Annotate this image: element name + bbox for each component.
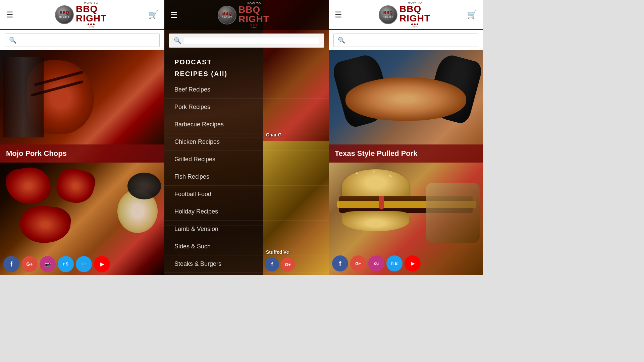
menu-icon-left[interactable]: ☰ [6,10,13,19]
misc-btn-right-2[interactable]: h B [386,255,402,272]
logo-text-right: HOW TO BBQRIGHT .com [399,1,430,28]
right-header: ☰ BBQ RIGHT HOW TO BBQRIGHT .com 🛒 [329,0,483,30]
search-bar-left[interactable]: 🔍 [5,34,160,47]
search-bar-center[interactable]: 🔍 [169,34,324,48]
menu-item-lamb[interactable]: Lamb & Vension [164,221,329,238]
facebook-btn-left[interactable]: f [3,256,19,272]
misc-btn-left[interactable]: r S [58,256,74,272]
logo-text-left: HOW TO BBQRIGHT .com [76,1,107,28]
search-bar-right[interactable]: 🔍 [333,34,478,47]
left-header: ☰ BBQ RIGHT HOW TO BBQRIGHT .com 🛒 [0,0,164,30]
center-panel: ☰ BBQ RIGHT HOW TO BBQRIGHT .com 🔍 [164,0,329,275]
globe-icon-center: BBQ RIGHT [218,6,236,24]
misc-btn-right-1[interactable]: cu [368,255,384,272]
menu-recipes-all[interactable]: RECIPES (All) [164,67,329,81]
food-card-pulled-pork[interactable]: Texas Style Pulled Pork [329,50,483,163]
search-icon-right: 🔍 [338,37,345,44]
search-icon-center: 🔍 [174,37,181,44]
globe-icon-right: BBQ RIGHT [379,5,397,24]
right-panel: ☰ BBQ RIGHT HOW TO BBQRIGHT .com 🛒 🔍 [329,0,483,275]
logo-left: BBQ RIGHT HOW TO BBQRIGHT .com [55,1,107,28]
menu-item-holiday[interactable]: Holiday Recipes [164,203,329,221]
youtube-btn-left[interactable]: ▶ [94,256,110,272]
logo-center: BBQ RIGHT HOW TO BBQRIGHT .com [218,2,269,29]
facebook-btn-right[interactable]: f [332,255,348,272]
pulled-pork-title: Texas Style Pulled Pork [329,144,483,163]
search-icon-left: 🔍 [9,37,16,44]
menu-icon-center[interactable]: ☰ [170,10,178,20]
menu-item-chicken[interactable]: Chicken Recipes [164,133,329,151]
menu-item-barbecue[interactable]: Barbecue Recipes [164,116,329,133]
gplus-btn-left[interactable]: G+ [21,256,38,272]
menu-item-beef[interactable]: Beef Recipes [164,81,329,99]
menu-item-steaks[interactable]: Steaks & Burgers [164,255,329,273]
menu-content: PODCAST RECIPES (All) Beef Recipes Pork … [164,51,329,275]
center-header: ☰ BBQ RIGHT HOW TO BBQRIGHT .com [164,0,329,30]
menu-item-pork[interactable]: Pork Recipes [164,99,329,116]
menu-item-fish[interactable]: Fish Recipes [164,168,329,186]
menu-item-football[interactable]: Football Food [164,186,329,203]
logo-right: BBQ RIGHT HOW TO BBQRIGHT .com [379,1,430,28]
food-card-pork-chop[interactable]: Mojo Pork Chops [0,50,164,163]
food-card-steak[interactable]: f G+ 📷 r S 🐦 ▶ [0,163,164,275]
food-card-burger[interactable]: f G+ cu h B ▶ [329,163,483,275]
pork-chop-title: Mojo Pork Chops [0,144,164,163]
youtube-btn-right[interactable]: ▶ [405,255,421,272]
social-row-left-2: f G+ 📷 r S 🐦 ▶ [3,256,110,272]
menu-icon-right[interactable]: ☰ [335,10,342,19]
search-input-center[interactable] [184,38,319,44]
instagram-btn-left[interactable]: 📷 [40,256,56,272]
menu-item-grilled[interactable]: Grilled Recipes [164,151,329,168]
cart-icon-right[interactable]: 🛒 [467,10,477,19]
logo-text-center: HOW TO BBQRIGHT .com [238,2,269,29]
menu-podcast[interactable]: PODCAST [164,51,329,67]
left-panel: ☰ BBQ RIGHT HOW TO BBQRIGHT .com 🛒 🔍 [0,0,164,275]
search-input-left[interactable] [19,37,155,43]
twitter-btn-left[interactable]: 🐦 [76,256,92,272]
menu-item-sides[interactable]: Sides & Such [164,238,329,255]
gplus-btn-right[interactable]: G+ [350,255,366,272]
search-input-right[interactable] [348,37,474,43]
social-row-right: f G+ cu h B ▶ [332,255,421,272]
globe-icon-left: BBQ RIGHT [55,5,74,24]
cart-icon-left[interactable]: 🛒 [148,10,158,19]
